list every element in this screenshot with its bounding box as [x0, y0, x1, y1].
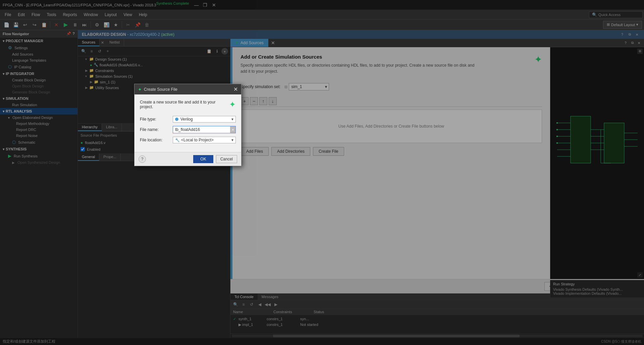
- file-name-row: File name: ✕: [140, 126, 236, 133]
- dialog-logo: ✦: [229, 100, 236, 109]
- file-location-select-wrap: 🔧 <Local to Project> ▾: [173, 137, 236, 143]
- file-type-label: File type:: [140, 117, 170, 122]
- dialog-header: ✦ Create Source File ✕: [135, 84, 241, 94]
- dialog-desc: Create a new source file and add it to y…: [140, 100, 225, 109]
- file-location-row: File location: 🔧 <Local to Project> ▾: [140, 137, 236, 143]
- file-type-row: File type: Verilog VHDL SystemVerilog ▾: [140, 116, 236, 123]
- file-type-select[interactable]: Verilog VHDL SystemVerilog: [180, 117, 233, 122]
- dialog-vivado-icon: ✦: [138, 87, 142, 92]
- dialog-body: Create a new source file and add it to y…: [135, 94, 241, 152]
- file-name-clear-btn[interactable]: ✕: [230, 126, 235, 133]
- dialog-title: Create Source File: [144, 87, 177, 92]
- dialog-cancel-btn[interactable]: Cancel: [216, 155, 237, 163]
- dialog-ok-btn[interactable]: OK: [193, 155, 213, 163]
- file-location-icon: 🔧: [175, 138, 180, 142]
- file-location-select[interactable]: <Local to Project>: [181, 138, 233, 142]
- file-type-dot-icon: [175, 118, 178, 121]
- file-name-input[interactable]: [173, 126, 230, 133]
- dialog-help-btn[interactable]: ?: [139, 155, 146, 163]
- modal-overlay[interactable]: ✦ Create Source File ✕ Create a new sour…: [0, 0, 644, 345]
- dialog-close-btn[interactable]: ✕: [233, 86, 238, 92]
- file-name-label: File name:: [140, 127, 170, 132]
- file-name-input-wrap: ✕: [173, 126, 236, 133]
- dialog-footer: ? OK Cancel: [135, 152, 241, 166]
- create-source-dialog: ✦ Create Source File ✕ Create a new sour…: [134, 84, 241, 166]
- file-type-select-wrap: Verilog VHDL SystemVerilog ▾: [173, 116, 236, 123]
- file-location-label: File location:: [140, 138, 170, 142]
